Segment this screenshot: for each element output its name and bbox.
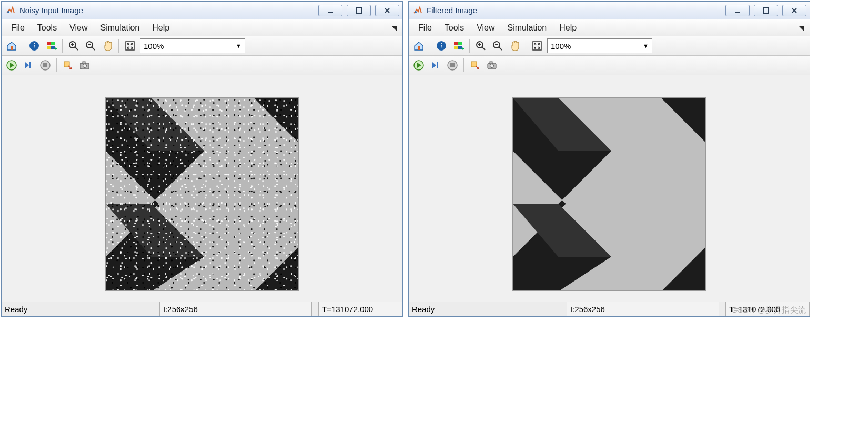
toolbar-row-1: i + 100% ▼ [409, 36, 810, 56]
toolbar-row-2 [409, 56, 810, 75]
svg-rect-35 [735, 12, 740, 13]
svg-rect-25 [83, 62, 85, 64]
menu-simulation[interactable]: Simulation [501, 21, 553, 35]
dropdown-triangle-icon: ▼ [236, 43, 241, 49]
fit-to-window-icon[interactable] [529, 38, 545, 54]
toolbar-separator [469, 39, 470, 53]
zoom-level-combobox[interactable]: 100% ▼ [547, 38, 652, 53]
menu-file[interactable]: File [5, 21, 31, 35]
menu-overflow-icon[interactable]: ◥ [799, 24, 806, 32]
status-ready: Ready [409, 302, 567, 316]
titlebar[interactable]: Noisy Input Image [2, 2, 402, 19]
step-forward-icon[interactable] [21, 57, 36, 73]
zoom-value: 100% [551, 42, 571, 51]
play-icon[interactable] [4, 57, 19, 73]
status-image-dimensions: I:256x256 [567, 302, 719, 316]
svg-text:+: + [54, 46, 57, 52]
zoom-in-icon[interactable] [473, 38, 489, 54]
status-sim-time: T=131072.000 [318, 302, 402, 316]
menu-help[interactable]: Help [553, 21, 583, 35]
status-sim-time: T=131072.000 [725, 302, 810, 316]
menu-tools[interactable]: Tools [31, 21, 63, 35]
svg-point-0 [7, 11, 9, 13]
statusbar: Ready I:256x256 T=131072.000 [2, 302, 402, 316]
svg-rect-1 [328, 12, 333, 13]
toolbar-row-1: i + 100% ▼ [2, 36, 402, 56]
displayed-image [105, 97, 299, 291]
pan-icon[interactable] [507, 38, 522, 54]
svg-line-50 [499, 47, 502, 50]
canvas-area[interactable] [2, 75, 402, 302]
minimize-button[interactable] [725, 5, 750, 16]
menubar: File Tools View Simulation Help ◥ [2, 19, 402, 36]
close-button[interactable] [782, 5, 806, 16]
svg-rect-3 [11, 46, 13, 50]
svg-rect-42 [454, 46, 458, 49]
matlab-app-icon [413, 6, 422, 15]
titlebar[interactable]: Filtered Image [409, 2, 810, 19]
svg-rect-2 [356, 8, 361, 13]
canvas-area[interactable] [409, 75, 810, 302]
highlight-block-icon[interactable] [467, 57, 483, 73]
menu-simulation[interactable]: Simulation [94, 21, 146, 35]
zoom-in-icon[interactable] [66, 38, 82, 54]
statusbar: Ready I:256x256 T=131072.000 [409, 302, 810, 316]
toolbar-separator [463, 58, 464, 72]
home-icon[interactable] [4, 38, 19, 54]
svg-point-26 [83, 64, 87, 68]
svg-point-34 [415, 11, 417, 13]
snapshot-camera-icon[interactable] [77, 57, 93, 73]
toolbar-separator [56, 58, 57, 72]
colormap-icon[interactable]: + [450, 38, 466, 54]
dropdown-triangle-icon: ▼ [643, 43, 649, 49]
menu-help[interactable]: Help [146, 21, 176, 35]
play-icon[interactable] [411, 57, 427, 73]
displayed-image [512, 97, 706, 291]
stop-icon[interactable] [445, 57, 460, 73]
menu-view[interactable]: View [63, 21, 94, 35]
svg-rect-20 [29, 62, 31, 68]
highlight-block-icon[interactable] [60, 57, 76, 73]
svg-text:i: i [440, 42, 442, 50]
menu-overflow-icon[interactable]: ◥ [391, 24, 399, 32]
colormap-icon[interactable]: + [43, 38, 59, 54]
menu-tools[interactable]: Tools [438, 21, 470, 35]
window-buttons [725, 5, 810, 16]
zoom-level-combobox[interactable]: 100% ▼ [140, 38, 245, 53]
svg-rect-59 [490, 62, 492, 64]
svg-rect-22 [43, 63, 47, 67]
close-button[interactable] [375, 5, 399, 16]
minimize-button[interactable] [318, 5, 342, 16]
maximize-button[interactable] [347, 5, 371, 16]
info-icon[interactable]: i [26, 38, 42, 54]
step-forward-icon[interactable] [428, 57, 443, 73]
menu-view[interactable]: View [470, 21, 501, 35]
svg-rect-41 [458, 42, 462, 45]
pan-icon[interactable] [99, 38, 115, 54]
zoom-out-icon[interactable] [83, 38, 98, 54]
menubar: File Tools View Simulation Help ◥ [409, 19, 810, 36]
toolbar-separator [23, 39, 23, 53]
matlab-app-icon [6, 6, 15, 15]
svg-rect-18 [126, 42, 134, 50]
svg-rect-8 [47, 46, 51, 49]
svg-rect-7 [51, 42, 55, 45]
zoom-out-icon[interactable] [490, 38, 506, 54]
svg-point-60 [490, 64, 494, 68]
status-image-dimensions: I:256x256 [159, 302, 312, 316]
svg-rect-40 [454, 42, 458, 45]
svg-line-12 [75, 47, 78, 50]
home-icon[interactable] [411, 38, 427, 54]
toolbar-separator [62, 39, 63, 53]
svg-rect-54 [437, 62, 438, 68]
toolbar-separator [526, 39, 526, 53]
svg-rect-6 [47, 42, 51, 45]
stop-icon[interactable] [37, 57, 53, 73]
fit-to-window-icon[interactable] [122, 38, 138, 54]
menu-file[interactable]: File [412, 21, 438, 35]
maximize-button[interactable] [754, 5, 778, 16]
snapshot-camera-icon[interactable] [484, 57, 500, 73]
window-filtered-image: Filtered Image File Tools View Simulatio… [408, 1, 810, 317]
toolbar-separator [118, 39, 119, 53]
info-icon[interactable]: i [433, 38, 449, 54]
